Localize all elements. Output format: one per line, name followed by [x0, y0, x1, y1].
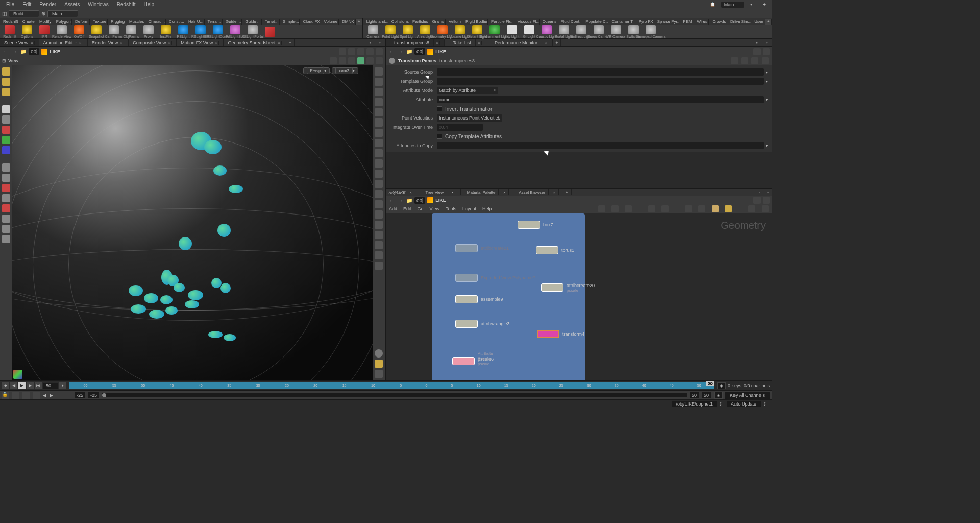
- path-field[interactable]: obj: [29, 48, 39, 55]
- net-layout-icon[interactable]: [598, 205, 605, 212]
- shelf-item[interactable]: VR Camera: [608, 25, 624, 38]
- clip-tool-icon[interactable]: [366, 57, 374, 64]
- parm-search-icon[interactable]: [741, 57, 748, 64]
- view-icon[interactable]: ⊞: [2, 58, 6, 63]
- shelf-item[interactable]: IPR: [37, 25, 52, 38]
- pane-tab[interactable]: Animation Editor ×: [39, 39, 88, 46]
- display-part-icon[interactable]: [375, 139, 383, 147]
- net-note-icon[interactable]: [685, 205, 692, 212]
- range-end2-field[interactable]: 50: [702, 392, 711, 398]
- network-canvas[interactable]: Geometry box7attribcreate21torus1Explode…: [386, 213, 772, 380]
- display-norm-icon[interactable]: [375, 88, 383, 96]
- pin-icon[interactable]: [339, 48, 346, 55]
- shelf-tab[interactable]: Rigging: [108, 19, 126, 25]
- update-opts-icon[interactable]: ⇕: [761, 401, 769, 407]
- parm-dropdown[interactable]: Match by Attribute: [437, 87, 498, 94]
- shelf-item[interactable]: RenderView: [54, 25, 69, 38]
- menu-windows[interactable]: Windows: [84, 1, 113, 8]
- persp-button[interactable]: Persp▾: [303, 67, 330, 74]
- shelf-tab[interactable]: Lights and...: [363, 19, 388, 25]
- select-tool-icon[interactable]: [339, 57, 346, 64]
- next-frame-button[interactable]: ▶: [27, 382, 34, 389]
- shelf-tab[interactable]: Oceans: [540, 19, 558, 25]
- shelf-item[interactable]: Snapshot: [89, 25, 104, 38]
- shelf-tab[interactable]: Container T...: [608, 19, 635, 25]
- parm-menu-icon[interactable]: ▾: [766, 70, 768, 75]
- net-back-icon[interactable]: ←: [388, 198, 395, 203]
- camera-selector[interactable]: cam2▾: [332, 67, 358, 74]
- net-search-icon[interactable]: [748, 205, 755, 212]
- shelf-tab[interactable]: Hair U...: [185, 19, 205, 25]
- tab-takelist[interactable]: Take List ×: [445, 39, 486, 46]
- folder-icon[interactable]: 📁: [20, 49, 27, 54]
- shelf-tab[interactable]: Particles: [409, 19, 429, 25]
- parm-menu-icon[interactable]: ▾: [766, 79, 768, 84]
- shelf-item[interactable]: GI Light: [522, 25, 537, 38]
- first-frame-button[interactable]: ⏮: [2, 382, 9, 389]
- shelf-tab[interactable]: Terrai...: [205, 19, 223, 25]
- shelf-tab[interactable]: Texture: [90, 19, 108, 25]
- shelf-item[interactable]: Proxy: [141, 25, 156, 38]
- snap-tool-icon[interactable]: [357, 57, 364, 64]
- network-node[interactable]: transform4: [537, 330, 584, 338]
- cook-path[interactable]: /obj/LIKE/dopnet1: [672, 401, 717, 407]
- net-menu-item[interactable]: Help: [482, 206, 492, 211]
- net-help-icon[interactable]: [763, 197, 770, 204]
- shelf-item[interactable]: [262, 25, 278, 38]
- network-node[interactable]: Attribute Createpscale6pscale: [452, 356, 494, 366]
- parm-help-icon[interactable]: [763, 48, 770, 55]
- sphere-tool-icon[interactable]: [2, 78, 10, 86]
- node-body[interactable]: [455, 295, 478, 303]
- pane-max-icon[interactable]: ▫: [752, 39, 762, 46]
- network-node[interactable]: attribcreate21: [455, 244, 509, 252]
- pane-tab[interactable]: Scene View ×: [0, 39, 39, 46]
- shelf-item[interactable]: Portal Light: [556, 25, 572, 38]
- parm-fwd-icon[interactable]: →: [397, 49, 404, 54]
- net-menu-item[interactable]: Tools: [446, 206, 456, 211]
- shelf-item[interactable]: Environment Light: [487, 25, 502, 38]
- nav-fwd-icon[interactable]: →: [11, 49, 18, 54]
- update-mode[interactable]: Auto Update: [727, 401, 761, 407]
- circle-tool-icon[interactable]: [2, 215, 10, 223]
- tab-add-icon[interactable]: +: [765, 19, 772, 25]
- shelf-tab[interactable]: Redshift: [0, 19, 19, 25]
- shelf-tab[interactable]: Guide ...: [242, 19, 261, 25]
- shelf-item[interactable]: CamParms: [106, 25, 121, 38]
- nav-back-icon[interactable]: ←: [2, 49, 9, 54]
- text-icon[interactable]: [375, 241, 383, 249]
- display-xray-icon[interactable]: [375, 170, 383, 178]
- network-node[interactable]: Exploded View Polyname?: [455, 274, 535, 282]
- next-range-icon[interactable]: ▶: [50, 393, 53, 398]
- shelf-tab[interactable]: Drive Sim...: [727, 19, 751, 25]
- parm-dropdown[interactable]: Instantaneous Point Velocities: [437, 114, 502, 122]
- shelf-tab[interactable]: Rigid Bodies: [462, 19, 488, 25]
- net-tree-icon[interactable]: [611, 205, 619, 212]
- node-body[interactable]: [455, 244, 478, 252]
- display-bg-icon[interactable]: [375, 108, 383, 116]
- edit-icon[interactable]: [375, 200, 383, 208]
- net-tab-add-icon[interactable]: +: [562, 189, 572, 195]
- viewmode-2-icon[interactable]: [375, 370, 383, 378]
- net-pin-icon[interactable]: [753, 197, 761, 204]
- view-green-icon[interactable]: [2, 136, 10, 144]
- ghost-tool-icon[interactable]: [376, 57, 383, 64]
- light-icon[interactable]: [375, 190, 383, 198]
- shelf-tab[interactable]: Pyro FX: [635, 19, 654, 25]
- shelf-tab[interactable]: DMNK: [339, 19, 356, 25]
- shelf-item[interactable]: InstFile: [158, 25, 174, 38]
- shelf-item[interactable]: Caustic Light: [539, 25, 554, 38]
- prev-frame-button[interactable]: ◀: [10, 382, 17, 389]
- node-body[interactable]: [452, 357, 475, 365]
- tab-transformpieces[interactable]: transformpieces8 ×: [386, 39, 445, 46]
- shelf-item[interactable]: RSLightPortal: [245, 25, 260, 38]
- shelf-tab[interactable]: Particle Flu...: [488, 19, 514, 25]
- shelf-item[interactable]: Camera: [365, 25, 381, 38]
- display-hull-icon[interactable]: [375, 129, 383, 137]
- net-opts-icon[interactable]: [762, 205, 769, 212]
- node-body[interactable]: [518, 221, 540, 229]
- display-uv-icon[interactable]: [375, 180, 383, 188]
- shelf-item[interactable]: On/Off: [71, 25, 87, 38]
- help-icon[interactable]: [376, 48, 383, 55]
- shelf-tab[interactable]: Fluid Cont...: [557, 19, 582, 25]
- tab-matpalette[interactable]: Material Palette ×: [461, 189, 513, 195]
